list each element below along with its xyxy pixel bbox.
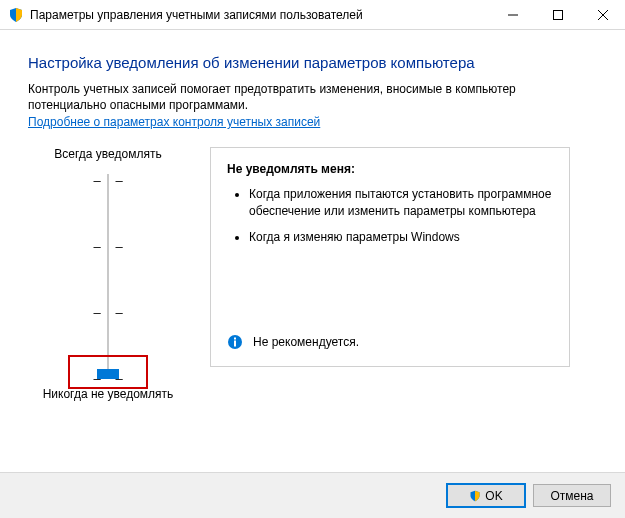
- page-description: Контроль учетных записей помогает предот…: [28, 81, 597, 113]
- recommendation-text: Не рекомендуется.: [253, 335, 359, 349]
- close-button[interactable]: [580, 0, 625, 30]
- ok-button[interactable]: OK: [447, 484, 525, 507]
- maximize-button[interactable]: [535, 0, 580, 30]
- minimize-button[interactable]: [490, 0, 535, 30]
- svg-rect-6: [234, 338, 236, 340]
- content-area: Настройка уведомления об изменении парам…: [0, 30, 625, 401]
- window-titlebar: Параметры управления учетными записями п…: [0, 0, 625, 30]
- info-icon: [227, 334, 243, 350]
- shield-icon: [469, 490, 481, 502]
- recommendation-row: Не рекомендуется.: [227, 322, 553, 350]
- list-item: Когда я изменяю параметры Windows: [249, 229, 553, 245]
- cancel-button-label: Отмена: [550, 489, 593, 503]
- page-heading: Настройка уведомления об изменении парам…: [28, 54, 597, 71]
- slider-column: Всегда уведомлять –– –– –– –– Никогда не…: [28, 147, 188, 401]
- cancel-button[interactable]: Отмена: [533, 484, 611, 507]
- info-panel-list: Когда приложения пытаются установить про…: [231, 186, 553, 255]
- svg-rect-5: [234, 341, 236, 347]
- button-bar: OK Отмена: [0, 472, 625, 518]
- info-panel: Не уведомлять меня: Когда приложения пыт…: [210, 147, 570, 367]
- slider-top-label: Всегда уведомлять: [28, 147, 188, 161]
- info-panel-title: Не уведомлять меня:: [227, 162, 553, 176]
- slider-track[interactable]: –– –– –– ––: [28, 169, 188, 379]
- shield-icon: [8, 7, 24, 23]
- learn-more-link[interactable]: Подробнее о параметрах контроля учетных …: [28, 115, 320, 129]
- svg-rect-1: [553, 10, 562, 19]
- ok-button-label: OK: [485, 489, 502, 503]
- slider-thumb[interactable]: [97, 369, 119, 379]
- slider-bottom-label: Никогда не уведомлять: [28, 387, 188, 401]
- list-item: Когда приложения пытаются установить про…: [249, 186, 553, 218]
- window-title: Параметры управления учетными записями п…: [30, 8, 490, 22]
- slider-area: Всегда уведомлять –– –– –– –– Никогда не…: [28, 147, 597, 401]
